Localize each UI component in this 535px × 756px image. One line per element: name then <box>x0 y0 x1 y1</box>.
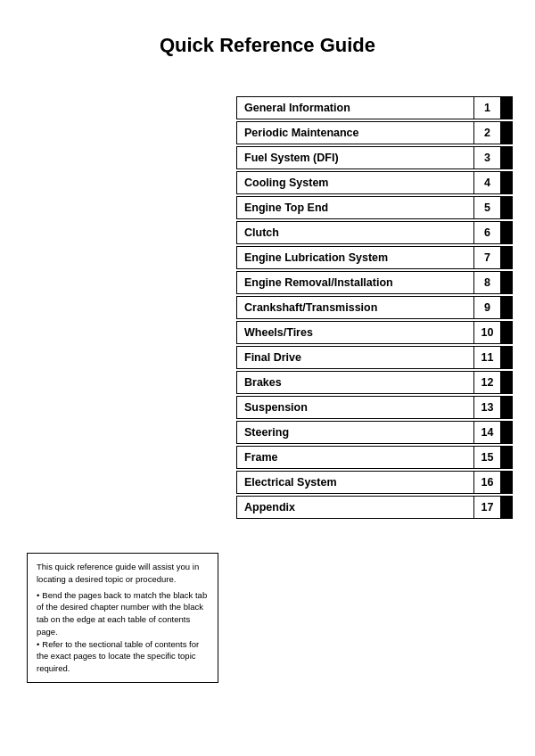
toc-black-tab <box>500 346 513 369</box>
toc-black-tab <box>500 96 513 119</box>
toc-item-label: Brakes <box>236 371 473 394</box>
toc-item-label: Frame <box>236 446 473 469</box>
toc-row[interactable]: Brakes12 <box>236 371 513 394</box>
toc-item-label: Engine Lubrication System <box>236 246 473 269</box>
toc-black-tab <box>500 471 513 494</box>
info-box: This quick reference guide will assist y… <box>27 553 218 683</box>
toc-item-number: 9 <box>473 296 500 319</box>
toc-black-tab <box>500 221 513 244</box>
toc-black-tab <box>500 196 513 219</box>
toc-item-number: 11 <box>473 346 500 369</box>
toc-black-tab <box>500 146 513 169</box>
toc-item-label: Clutch <box>236 221 473 244</box>
toc-item-number: 16 <box>473 471 500 494</box>
toc-item-number: 13 <box>473 396 500 419</box>
toc-black-tab <box>500 496 513 519</box>
toc-item-label: Crankshaft/Transmission <box>236 296 473 319</box>
toc-black-tab <box>500 371 513 394</box>
toc-black-tab <box>500 246 513 269</box>
toc-row[interactable]: Frame15 <box>236 446 513 469</box>
toc-black-tab <box>500 321 513 344</box>
info-intro: This quick reference guide will assist y… <box>37 561 209 586</box>
toc-container: General Information1Periodic Maintenance… <box>236 96 513 521</box>
toc-item-number: 12 <box>473 371 500 394</box>
toc-item-number: 4 <box>473 171 500 194</box>
toc-row[interactable]: General Information1 <box>236 96 513 119</box>
toc-row[interactable]: Fuel System (DFI)3 <box>236 146 513 169</box>
toc-item-number: 14 <box>473 421 500 444</box>
toc-item-label: Cooling System <box>236 171 473 194</box>
toc-row[interactable]: Suspension13 <box>236 396 513 419</box>
toc-item-label: Steering <box>236 421 473 444</box>
toc-row[interactable]: Final Drive11 <box>236 346 513 369</box>
toc-item-label: Fuel System (DFI) <box>236 146 473 169</box>
toc-row[interactable]: Engine Top End5 <box>236 196 513 219</box>
toc-item-number: 15 <box>473 446 500 469</box>
toc-item-number: 7 <box>473 246 500 269</box>
toc-item-label: Wheels/Tires <box>236 321 473 344</box>
toc-item-label: Electrical System <box>236 471 473 494</box>
toc-row[interactable]: Cooling System4 <box>236 171 513 194</box>
toc-item-label: General Information <box>236 96 473 119</box>
toc-item-label: Periodic Maintenance <box>236 121 473 144</box>
toc-item-label: Final Drive <box>236 346 473 369</box>
toc-row[interactable]: Engine Removal/Installation8 <box>236 271 513 294</box>
toc-row[interactable]: Clutch6 <box>236 221 513 244</box>
toc-item-number: 5 <box>473 196 500 219</box>
page-title: Quick Reference Guide <box>0 0 535 82</box>
toc-black-tab <box>500 446 513 469</box>
toc-row[interactable]: Engine Lubrication System7 <box>236 246 513 269</box>
toc-item-number: 2 <box>473 121 500 144</box>
toc-item-number: 8 <box>473 271 500 294</box>
toc-row[interactable]: Wheels/Tires10 <box>236 321 513 344</box>
toc-black-tab <box>500 121 513 144</box>
toc-item-number: 1 <box>473 96 500 119</box>
toc-item-number: 10 <box>473 321 500 344</box>
toc-row[interactable]: Appendix17 <box>236 496 513 519</box>
toc-black-tab <box>500 421 513 444</box>
toc-item-number: 3 <box>473 146 500 169</box>
toc-item-label: Engine Top End <box>236 196 473 219</box>
info-bullet-1: Bend the pages back to match the black t… <box>37 589 209 638</box>
toc-item-label: Appendix <box>236 496 473 519</box>
info-bullet-2: Refer to the sectional table of contents… <box>37 638 209 675</box>
toc-black-tab <box>500 271 513 294</box>
toc-item-number: 6 <box>473 221 500 244</box>
toc-row[interactable]: Periodic Maintenance2 <box>236 121 513 144</box>
toc-item-number: 17 <box>473 496 500 519</box>
toc-black-tab <box>500 171 513 194</box>
toc-black-tab <box>500 396 513 419</box>
toc-row[interactable]: Crankshaft/Transmission9 <box>236 296 513 319</box>
page: Quick Reference Guide General Informatio… <box>0 0 535 756</box>
toc-item-label: Engine Removal/Installation <box>236 271 473 294</box>
toc-row[interactable]: Electrical System16 <box>236 471 513 494</box>
toc-row[interactable]: Steering14 <box>236 421 513 444</box>
toc-black-tab <box>500 296 513 319</box>
toc-item-label: Suspension <box>236 396 473 419</box>
